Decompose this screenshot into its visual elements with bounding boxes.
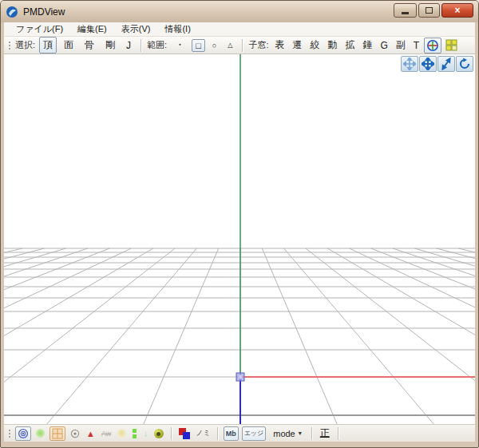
- bottombar-separator: [311, 427, 312, 440]
- camera-target-button[interactable]: [15, 426, 31, 441]
- minimize-button[interactable]: [394, 3, 417, 18]
- subwindow-sen-button[interactable]: 遷: [290, 38, 304, 53]
- subwindow-kaku-button[interactable]: 拡: [342, 38, 357, 53]
- close-button[interactable]: ×: [441, 3, 473, 18]
- axis-gizmo-button[interactable]: [424, 38, 441, 54]
- green-dots-icon[interactable]: [133, 428, 137, 439]
- main-toolbar: 選択: 頂 面 骨 剛 J 範囲: ・ □ ○ △ 子窓: 表 遷 絞 動 拡 …: [4, 37, 475, 54]
- menu-view[interactable]: 表示(V): [114, 22, 158, 36]
- pan-light-button[interactable]: [401, 56, 418, 72]
- camera-target-icon: [18, 428, 29, 439]
- maximize-icon: [426, 7, 433, 14]
- bottombar-separator: [171, 427, 172, 440]
- select-bone-button[interactable]: 骨: [81, 37, 98, 54]
- texture-grid-button[interactable]: [49, 426, 65, 441]
- axis-gizmo-icon: [426, 39, 439, 52]
- subwindow-fuku-button[interactable]: 副: [394, 38, 408, 53]
- subwindow-hyou-button[interactable]: 表: [272, 38, 287, 53]
- pmdview-window: PMDView × ファイル(F) 編集(E) 表示(V) 情報(I) 選択: …: [0, 0, 479, 448]
- range-point-button[interactable]: ・: [171, 37, 188, 54]
- bottombar-separator: [338, 427, 338, 440]
- mb-toggle-button[interactable]: Mb: [224, 426, 239, 441]
- minimize-icon: [402, 12, 409, 14]
- bottom-toolbar: ▲ Aw ↓ ノミ Mb エッジ mode ▾ 正: [4, 424, 475, 442]
- select-face-button[interactable]: 面: [60, 37, 77, 54]
- green-blob-icon[interactable]: [36, 429, 45, 438]
- pan-button[interactable]: [419, 56, 437, 72]
- green-dot: [133, 434, 137, 438]
- aw-strike-icon[interactable]: Aw: [101, 430, 111, 438]
- range-rect-button[interactable]: □: [192, 39, 205, 52]
- green-dot: [133, 429, 137, 433]
- pan-icon: [422, 57, 434, 70]
- radio-circle-glyph: [70, 429, 80, 438]
- toolbar-separator: [141, 39, 141, 52]
- select-rigid-button[interactable]: 剛: [101, 37, 119, 54]
- mode-dropdown[interactable]: mode ▾: [269, 428, 306, 439]
- menu-edit[interactable]: 編集(E): [70, 22, 114, 36]
- subwindow-sui-button[interactable]: 錘: [360, 38, 374, 53]
- title-bar[interactable]: PMDView ×: [1, 1, 478, 22]
- select-label: 選択:: [15, 39, 35, 51]
- nomi-icon[interactable]: ノミ: [196, 428, 210, 438]
- quad-view-icon: [445, 39, 457, 51]
- menu-info[interactable]: 情報(I): [157, 22, 197, 36]
- down-arrow-icon[interactable]: ↓: [143, 428, 148, 439]
- edge-toggle-button[interactable]: エッジ: [242, 426, 267, 441]
- menu-file[interactable]: ファイル(F): [9, 22, 70, 36]
- pan-light-icon: [403, 57, 416, 70]
- blue-square: [183, 432, 190, 439]
- normal-mode-label[interactable]: 正: [320, 426, 330, 440]
- app-icon: [6, 6, 18, 18]
- subwindow-shibo-button[interactable]: 絞: [307, 38, 322, 53]
- close-icon: ×: [454, 5, 460, 16]
- bottombar-grip: [8, 428, 11, 439]
- rotate-button[interactable]: [456, 56, 473, 72]
- chevron-down-icon: ▾: [299, 430, 302, 437]
- menu-bar: ファイル(F) 編集(E) 表示(V) 情報(I): [4, 22, 475, 37]
- mode-label: mode: [273, 429, 295, 438]
- subwindow-g-button[interactable]: G: [378, 39, 390, 52]
- mb-label: Mb: [226, 430, 236, 438]
- zoom-button[interactable]: [437, 56, 455, 72]
- range-polygon-button[interactable]: △: [224, 40, 236, 50]
- red-triangle-icon[interactable]: ▲: [86, 429, 95, 438]
- sphere-icon[interactable]: [154, 429, 164, 438]
- range-circle-button[interactable]: ○: [208, 40, 220, 51]
- subwindow-t-button[interactable]: T: [411, 39, 422, 52]
- select-vertex-button[interactable]: 頂: [39, 37, 57, 54]
- rotate-icon: [458, 57, 471, 70]
- maximize-button[interactable]: [418, 3, 440, 18]
- radio-circle-icon[interactable]: [70, 429, 80, 438]
- toolbar-grip: [8, 40, 11, 51]
- bottombar-separator: [217, 427, 218, 440]
- range-label: 範囲:: [147, 39, 167, 51]
- window-title: PMDView: [23, 6, 65, 18]
- texture-grid-icon: [52, 428, 63, 439]
- view-nav-toolbar: [400, 56, 473, 72]
- red-blue-squares-icon[interactable]: [179, 428, 190, 439]
- perspective-grid: [4, 54, 475, 424]
- 3d-viewport[interactable]: [4, 54, 475, 424]
- edge-label: エッジ: [244, 429, 264, 438]
- quad-view-button[interactable]: [443, 38, 460, 53]
- yellow-blob-icon[interactable]: [117, 429, 126, 438]
- zoom-diagonal-icon: [440, 57, 453, 70]
- toolbar-separator: [242, 39, 243, 52]
- sphere-spot: [156, 432, 160, 436]
- subwindow-dou-button[interactable]: 動: [325, 38, 339, 53]
- subwindow-label: 子窓:: [248, 39, 268, 51]
- select-joint-button[interactable]: J: [122, 38, 135, 53]
